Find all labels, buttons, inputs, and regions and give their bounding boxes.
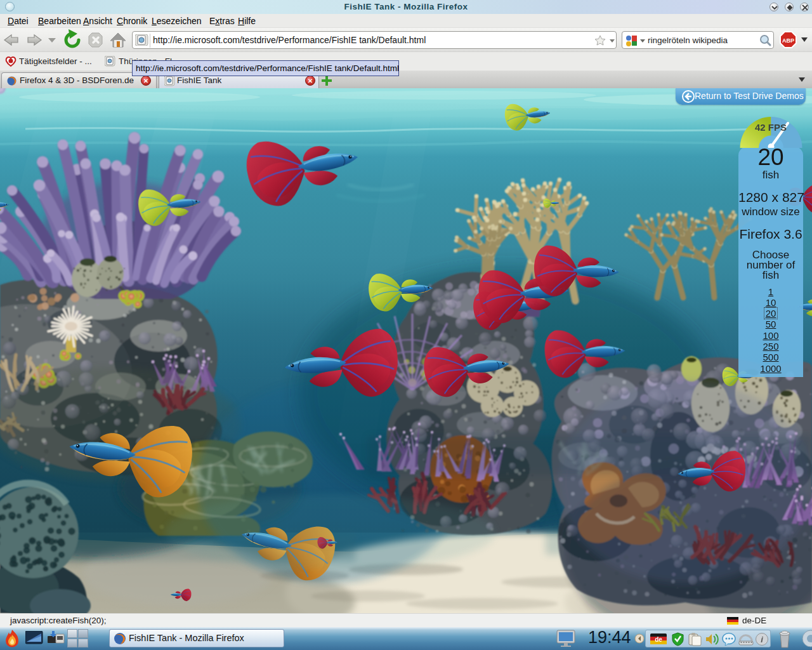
svg-text:42 FPS: 42 FPS <box>755 122 787 133</box>
svg-text:ABP: ABP <box>782 37 794 44</box>
svg-text:i: i <box>761 635 763 644</box>
svg-text:de: de <box>655 636 662 643</box>
